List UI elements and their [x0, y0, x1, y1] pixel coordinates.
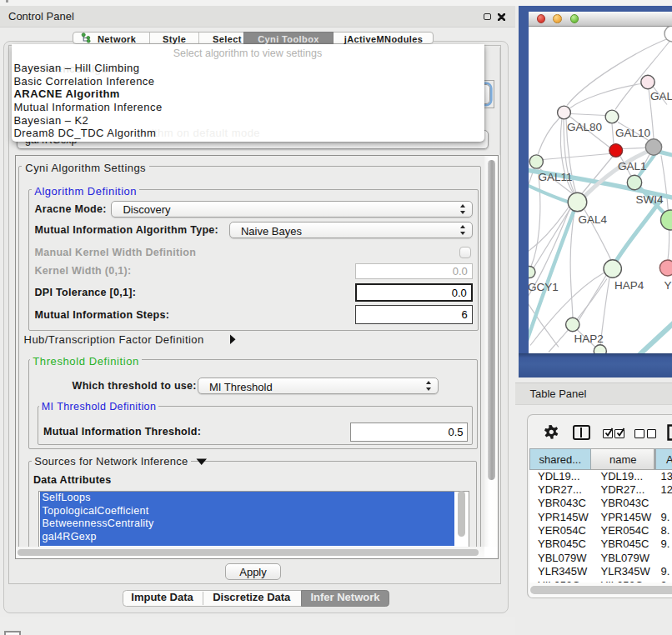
svg-text:HAP4: HAP4	[614, 279, 644, 292]
svg-text:Y: Y	[664, 279, 672, 292]
svg-text:GAL11: GAL11	[539, 171, 573, 183]
svg-text:HAP2: HAP2	[574, 332, 604, 345]
svg-text:SWI4: SWI4	[636, 193, 664, 206]
svg-text:GAL80: GAL80	[567, 121, 602, 133]
svg-text:GAL10: GAL10	[615, 127, 650, 139]
svg-text:GAL4: GAL4	[579, 213, 608, 226]
svg-text:GCY1: GCY1	[529, 281, 559, 293]
svg-text:GAL1: GAL1	[618, 160, 647, 172]
svg-text:GAL7: GAL7	[650, 90, 672, 102]
